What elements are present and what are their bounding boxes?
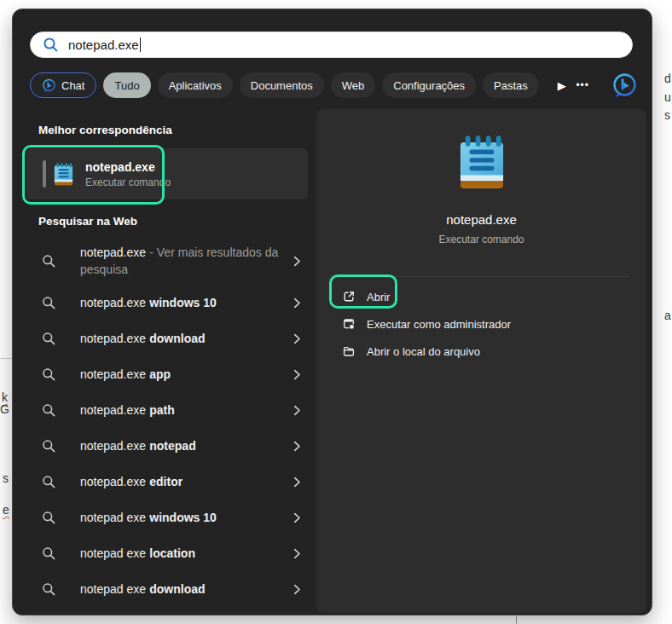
best-match-title: notepad.exe: [85, 159, 171, 175]
search-icon: [42, 254, 56, 269]
background-divider-fragment: [0, 358, 12, 359]
action-open-file-location-label: Abrir o local do arquivo: [367, 345, 480, 358]
tab-tudo[interactable]: Tudo: [103, 72, 150, 98]
preview-panel: notepad.exe Executar comando Abrir: [316, 109, 646, 613]
search-query-text: notepad.exe: [68, 38, 139, 52]
suggestion-text: notepad.exeeditor: [80, 473, 287, 490]
suggestion-text: notepad exelocation: [80, 545, 287, 562]
chevron-right-icon[interactable]: [293, 333, 301, 344]
background-text-fragment: d: [664, 72, 671, 85]
search-icon: [42, 475, 56, 489]
tabs-overflow-arrow-icon[interactable]: ▶: [558, 79, 566, 92]
chevron-right-icon[interactable]: [293, 298, 301, 309]
text-cursor: [140, 38, 141, 52]
windows-search-flyout: notepad.exe Chat: [12, 9, 652, 615]
web-suggestion-item[interactable]: notepad exedownload: [26, 571, 310, 607]
best-match-result[interactable]: notepad.exe Executar comando: [26, 148, 308, 199]
search-icon: [42, 582, 56, 597]
suggestion-text: notepad.exedownload: [80, 330, 287, 347]
web-suggestion-item[interactable]: notepad.exewindows 10: [26, 285, 310, 321]
notepad-icon-large: [459, 136, 505, 194]
suggestion-text: notepad.exewindows 10: [80, 294, 287, 311]
chevron-right-icon[interactable]: [293, 512, 301, 523]
divider: [333, 276, 629, 277]
suggestion-text: notepad exewindows 10: [80, 509, 287, 526]
filter-tabs-row: Chat Tudo Aplicativos Documentos Web Con…: [30, 72, 640, 99]
tab-aplicativos[interactable]: Aplicativos: [158, 72, 233, 98]
chevron-right-icon[interactable]: [293, 477, 301, 488]
search-icon: [42, 403, 56, 418]
tab-configuracoes[interactable]: Configurações: [382, 72, 476, 98]
action-run-as-admin-label: Executar como administrador: [367, 318, 511, 331]
web-search-heading: Pesquisar na Web: [38, 215, 137, 228]
folder-icon: [342, 344, 356, 358]
more-options-icon[interactable]: •••: [576, 79, 589, 91]
web-suggestion-item[interactable]: notepad.exenotepad: [26, 428, 310, 464]
suggestion-text: notepad.exepath: [80, 402, 287, 419]
search-icon: [42, 511, 56, 525]
web-suggestion-item[interactable]: notepad exelocation: [26, 535, 310, 571]
background-text-fragment: k: [2, 390, 8, 404]
bing-chat-icon[interactable]: [611, 72, 638, 99]
background-text-fragment: u: [664, 90, 671, 104]
tab-documentos[interactable]: Documentos: [240, 72, 324, 98]
scrollbar-thumb[interactable]: [43, 160, 46, 188]
action-open-label: Abrir: [367, 291, 390, 303]
search-icon: [42, 332, 56, 346]
chevron-right-icon[interactable]: [293, 405, 301, 416]
run-as-admin-icon: [342, 317, 356, 331]
preview-subtitle: Executar comando: [438, 234, 524, 246]
search-input[interactable]: notepad.exe: [30, 32, 633, 58]
web-suggestion-item[interactable]: notepad.exeapp: [26, 356, 310, 392]
search-icon: [42, 296, 56, 310]
background-text-fragment: e: [3, 503, 9, 517]
chevron-right-icon[interactable]: [293, 584, 301, 595]
best-match-heading: Melhor correspondência: [38, 124, 172, 136]
background-text-fragment: a: [664, 309, 671, 322]
background-text-fragment: G: [0, 402, 9, 416]
action-open-file-location[interactable]: Abrir o local do arquivo: [316, 338, 646, 365]
desktop-background: d u s a k G s e notepad.exe: [0, 0, 672, 624]
web-suggestion-item[interactable]: notepad.exepath: [26, 392, 310, 428]
chevron-right-icon[interactable]: [293, 441, 301, 452]
web-suggestion-item[interactable]: notepad.exe- Ver mais resultados da pesq…: [26, 237, 310, 285]
notepad-icon: [54, 163, 73, 186]
background-text-fragment: s: [3, 471, 9, 485]
action-open[interactable]: Abrir: [316, 283, 646, 310]
actions-list: Abrir Executar como administrador: [316, 283, 646, 365]
tab-web[interactable]: Web: [331, 72, 376, 98]
bing-icon: [42, 78, 56, 93]
chevron-right-icon[interactable]: [293, 548, 301, 559]
tab-chat[interactable]: Chat: [30, 72, 96, 98]
search-icon: [43, 37, 59, 53]
suggestion-text: notepad exedownload: [80, 581, 287, 598]
web-suggestion-item[interactable]: notepad exewindows 10: [26, 500, 310, 535]
suggestion-text: notepad.exeapp: [80, 366, 287, 383]
web-suggestions-list: notepad.exe- Ver mais resultados da pesq…: [26, 237, 310, 607]
preview-title: notepad.exe: [446, 212, 517, 227]
web-suggestion-item[interactable]: notepad.exedownload: [26, 321, 310, 356]
suggestion-text: notepad.exenotepad: [80, 437, 287, 454]
tab-pastas[interactable]: Pastas: [483, 72, 539, 98]
web-suggestion-item[interactable]: notepad.exeeditor: [26, 464, 310, 500]
search-icon: [42, 367, 56, 382]
search-icon: [42, 439, 56, 454]
chevron-right-icon[interactable]: [293, 369, 301, 380]
suggestion-text: notepad.exe- Ver mais resultados da pesq…: [80, 244, 287, 278]
best-match-subtitle: Executar comando: [85, 176, 171, 189]
chevron-right-icon[interactable]: [293, 256, 301, 267]
action-run-as-admin[interactable]: Executar como administrador: [316, 310, 646, 338]
tab-chat-label: Chat: [61, 79, 84, 92]
background-text-fragment: s: [664, 108, 670, 122]
search-icon: [42, 546, 56, 561]
background-line-fragment: [516, 616, 517, 624]
open-external-icon: [342, 290, 356, 303]
